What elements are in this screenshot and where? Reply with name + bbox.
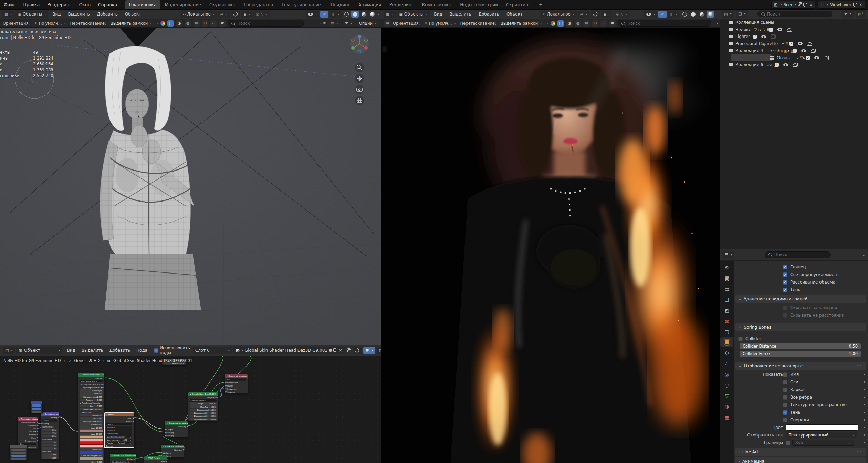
node-row[interactable]: X0 м	[41, 428, 59, 431]
properties-tab-render[interactable]: ◙	[720, 273, 733, 283]
camera-toggle[interactable]	[807, 42, 812, 46]
viewport-menu-item[interactable]: Добавить	[475, 12, 502, 17]
node-row[interactable]: смока	[105, 423, 134, 426]
output-socket[interactable]	[58, 416, 59, 418]
value-slider[interactable]: Насыщенность1.000	[80, 395, 103, 398]
node-row[interactable]: Тон0.520	[78, 417, 104, 420]
node-row[interactable]	[78, 429, 104, 432]
checkbox[interactable]: ✓	[783, 280, 787, 285]
node-row[interactable]	[10, 454, 27, 457]
value-slider[interactable]: Вес1.000	[80, 392, 103, 395]
node-row[interactable]	[78, 457, 104, 460]
snap-magnet-button[interactable]	[591, 11, 600, 18]
node-row[interactable]: Одно изображение⌄	[105, 435, 134, 438]
input-socket[interactable]	[225, 391, 226, 393]
node-row[interactable]: Шейдер	[165, 425, 188, 428]
viewport-menu-item[interactable]: Объект	[122, 12, 144, 17]
outliner-row[interactable]: ›Коллекция 4+2▽☀8▣4▤2✓	[720, 47, 868, 54]
output-socket[interactable]	[36, 428, 38, 429]
tool-button[interactable]: ⊟	[202, 20, 208, 27]
node-dropdown[interactable]: Цветовое пр...sRGB⌄	[106, 439, 132, 441]
color-swatch[interactable]	[80, 445, 103, 448]
node-row[interactable]	[78, 445, 104, 448]
animate-dot[interactable]	[864, 397, 865, 398]
editor-type-button[interactable]: ▦▾	[2, 11, 14, 18]
dropdown[interactable]: Куб⌄	[792, 440, 854, 446]
overlays-button[interactable]: ◫▾	[668, 11, 680, 18]
node-details[interactable]: ⌄ Details Glo... Daz3D.002РезультатDetai…	[188, 392, 218, 421]
properties-tab-view-layer[interactable]: ❏	[720, 295, 733, 305]
node-row[interactable]: Плоская⌄	[105, 429, 134, 432]
value-slider[interactable]: Value 20.900	[80, 433, 103, 435]
expand-chevron-icon[interactable]: ›	[722, 49, 728, 52]
render-canvas[interactable]: ›	[381, 27, 720, 463]
node-header[interactable]: ⌄ смока	[105, 413, 134, 416]
value-slider[interactable]: Насыщенность1.000	[80, 420, 103, 423]
datablock-field[interactable]: смока	[106, 423, 132, 425]
shading-solid-button[interactable]	[689, 11, 697, 18]
eye-toggle[interactable]	[783, 63, 788, 66]
node-image[interactable]: ⌄ смокаЦветАльфасмокаЛинейно⌄Плоская⌄Пов…	[104, 413, 134, 448]
panel-header[interactable]: ⌄Удаление невидимых граней	[735, 295, 866, 303]
workspace-tab[interactable]: Планировка	[125, 0, 161, 9]
node-row[interactable]: Нормаль	[18, 424, 38, 427]
value-slider[interactable]: Displacement 30.000	[190, 415, 217, 417]
value-slider[interactable]: Z0°	[42, 447, 57, 450]
value-slider[interactable]: X0°	[42, 441, 57, 443]
animate-dot[interactable]	[864, 434, 865, 436]
editor-type-button[interactable]: ▦▾	[384, 11, 396, 18]
animate-dot[interactable]	[864, 412, 865, 413]
node-mini2[interactable]	[30, 401, 43, 413]
close-icon[interactable]: ×	[859, 2, 862, 7]
checkbox[interactable]	[783, 313, 787, 318]
node-row[interactable]: Head Global Skin S...	[78, 380, 104, 383]
datablock-field[interactable]: Head Global Skin S...	[111, 461, 135, 463]
node-mini1[interactable]	[10, 445, 28, 461]
pin-icon[interactable]	[347, 349, 349, 352]
node-row[interactable]: X1.000	[41, 453, 59, 456]
tool-button[interactable]: ▱	[600, 20, 607, 27]
animate-dot[interactable]	[864, 404, 865, 406]
node-row[interactable]: Сгенерировано	[18, 421, 38, 424]
select-box-tool-button[interactable]: ▢	[557, 20, 564, 27]
workspace-tab[interactable]: Композитинг	[418, 0, 456, 9]
shading-rendered-button[interactable]	[707, 11, 714, 18]
snap-magnet-button[interactable]	[231, 11, 240, 18]
node-row[interactable]: Точка⌄	[41, 419, 59, 422]
node-row[interactable]: Displacement 30.000	[188, 414, 218, 418]
node-row[interactable]: Структура	[78, 389, 104, 392]
properties-tab-material[interactable]: ◑	[720, 401, 733, 411]
value-slider[interactable]: Шероховатость0.600	[80, 408, 103, 410]
viewport-menu-item[interactable]: Добавить	[94, 12, 121, 17]
app-menu-item[interactable]: Окно	[75, 2, 94, 7]
shader-editor[interactable]: ◫▾ ▣Объект▾ ВидВыделитьДобавитьНода ✓ Ис…	[0, 345, 381, 463]
chevron-down-icon[interactable]: ⌄	[862, 253, 865, 257]
eye-toggle[interactable]	[761, 35, 766, 38]
checkbox[interactable]: ✓	[783, 272, 787, 277]
node-header[interactable]: ⌄ BSDF Cream	[144, 456, 167, 460]
copy-icon[interactable]	[853, 3, 857, 7]
output-socket[interactable]	[166, 461, 167, 462]
tool-button[interactable]: ▱	[210, 20, 217, 27]
node-row[interactable]: Displacement 11.000	[188, 408, 218, 411]
color-swatch[interactable]	[80, 451, 103, 454]
transform-orientation-selector[interactable]: ↔Локальное▾	[540, 11, 577, 18]
value-slider[interactable]: Y1.000	[42, 456, 57, 459]
shading-rendered-button[interactable]	[368, 11, 376, 18]
value-slider[interactable]: Displacement 20.000	[190, 412, 217, 414]
camera-toggle[interactable]	[811, 49, 816, 53]
animate-dot[interactable]	[864, 442, 865, 444]
shader-menu-item[interactable]: Выделить	[79, 348, 106, 353]
node-row[interactable]: Цвет	[105, 416, 134, 420]
flag-icon[interactable]: ⚑	[323, 21, 326, 25]
scene-selector[interactable]: ◩▾ Scene ×	[771, 1, 815, 9]
node-row[interactable]: Объём	[225, 384, 248, 387]
node-row[interactable]: Смещение	[225, 387, 248, 390]
shading-wireframe-button[interactable]	[343, 11, 350, 18]
node-row[interactable]: Шероховатость0.600	[78, 408, 104, 411]
node-row[interactable]: Head Global Skin S...	[110, 460, 136, 463]
viewport-3d-wireframe[interactable]: ▦▾▣Объекты▾ВидВыделитьДобавитьОбъект↔Лок…	[0, 9, 382, 345]
node-canvas[interactable]: Вектор0.623⌄ Текстурн. координатаСгенери…	[0, 356, 381, 463]
input-socket[interactable]	[165, 429, 166, 430]
select-box-tool-button[interactable]: ▢	[167, 20, 174, 27]
